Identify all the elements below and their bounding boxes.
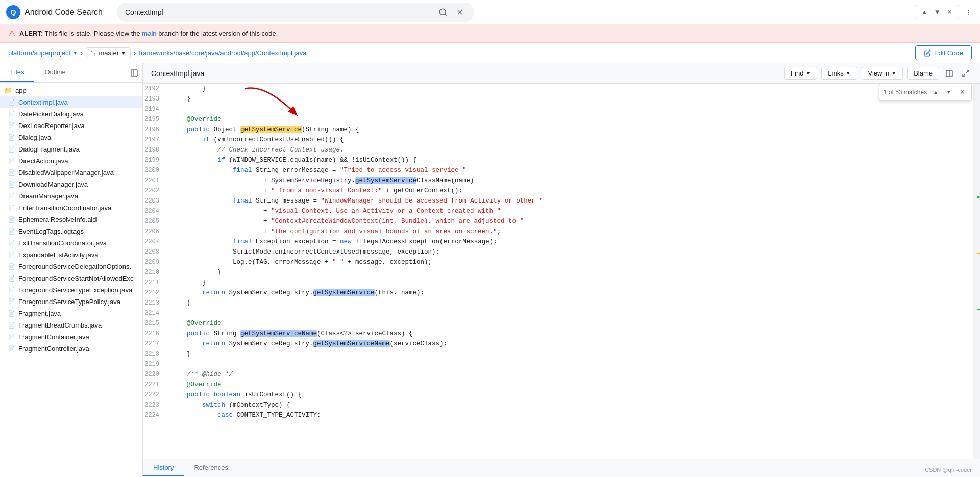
file-icon: 📄 [8, 205, 15, 211]
tree-item-20[interactable]: 📄FragmentContainer.java [0, 331, 142, 343]
search-input[interactable] [125, 8, 432, 16]
file-icon: 📄 [8, 181, 15, 188]
alert-bar: ⚠ ALERT: This file is stale. Please view… [0, 24, 980, 43]
file-icon: 📄 [8, 334, 15, 340]
find-btn[interactable]: Find ▼ [784, 67, 817, 80]
code-line-2217: 2217 return SystemServiceRegistry.getSys… [143, 339, 973, 349]
svg-line-1 [445, 14, 446, 15]
find-prev-btn[interactable]: ▲ [931, 87, 940, 97]
tree-item-15[interactable]: 📄ForegroundServiceStartNotAllowedExc [0, 272, 142, 284]
svg-line-9 [963, 74, 965, 77]
folder-icon: 📁 [4, 87, 12, 94]
code-line: 2205 + "Context#createWindowContext(int,… [143, 216, 973, 227]
tree-item-19[interactable]: 📄FragmentBreadCrumbs.java [0, 319, 142, 331]
tree-item-7[interactable]: 📄DownloadManager.java [0, 179, 142, 190]
top-bar: Q Android Code Search ▲ ▼ ✕ ⋮ [0, 0, 980, 24]
tree-item-17[interactable]: 📄ForegroundServiceTypePolicy.java [0, 296, 142, 308]
file-icon: 📄 [8, 169, 15, 176]
prev-result-btn[interactable]: ▲ [919, 6, 930, 18]
code-line-2216: 2216 public String getSystemServiceName(… [143, 329, 973, 339]
more-options-btn[interactable]: ⋮ [963, 6, 974, 18]
sidebar-tabs: Files Outline [0, 63, 142, 83]
tree-item-16[interactable]: 📄ForegroundServiceTypeException.java [0, 284, 142, 296]
find-bar: 1 of 53 matches ▲ ▼ ✕ [879, 84, 972, 101]
file-icon: 📄 [8, 298, 15, 305]
code-line: 2207 final Exception exception = new Ill… [143, 237, 973, 247]
search-bar [117, 3, 474, 22]
search-actions [436, 6, 466, 19]
file-icon: 📄 [8, 111, 15, 117]
tree-item-8[interactable]: 📄DreamManager.java [0, 190, 142, 202]
tab-references[interactable]: References [184, 460, 238, 476]
find-next-btn[interactable]: ▼ [944, 87, 953, 97]
file-icon: 📄 [8, 275, 15, 282]
tree-item-6[interactable]: 📄DisabledWallpaperManager.java [0, 167, 142, 179]
alert-main-link[interactable]: main [142, 30, 156, 37]
tree-item-2[interactable]: 📄DexLoadReporter.java [0, 120, 142, 132]
tree-item-0[interactable]: 📄 ContextImpl.java [0, 96, 142, 108]
close-nav-btn[interactable]: ✕ [945, 6, 954, 18]
code-line: 2211 } [143, 278, 973, 288]
file-icon: 📄 [8, 228, 15, 235]
app-title: Android Code Search [24, 8, 103, 17]
tree-item-12[interactable]: 📄ExitTransitionCoordinator.java [0, 237, 142, 249]
view-in-btn[interactable]: View in ▼ [862, 67, 903, 80]
split-view-btn[interactable] [943, 67, 955, 80]
alert-text: ALERT: This file is stale. Please view t… [19, 30, 278, 37]
links-btn[interactable]: Links ▼ [821, 67, 857, 80]
file-icon: 📄 [8, 146, 15, 153]
logo-area: Q Android Code Search [6, 5, 103, 19]
breadcrumb-branch[interactable]: master ▼ [86, 47, 131, 58]
breadcrumb-repo[interactable]: platform/superproject ▼ [8, 49, 78, 57]
code-line: 2201 + SystemServiceRegistry.getSystemSe… [143, 175, 973, 186]
tree-item-13[interactable]: 📄ExpandableListActivity.java [0, 249, 142, 261]
code-line-2212: 2212 return SystemServiceRegistry.getSys… [143, 288, 973, 298]
nav-match-box: ▲ ▼ ✕ [915, 5, 959, 19]
breadcrumb-sep-1: › [81, 49, 83, 57]
code-line: 2192 } [143, 84, 973, 94]
code-line: 2218 } [143, 349, 973, 359]
code-line: 2206 + "the configuration and visual bou… [143, 227, 973, 237]
tree-item-11[interactable]: 📄EventLogTags.logtags [0, 225, 142, 237]
fullscreen-btn[interactable] [960, 67, 972, 80]
tree-parent-app[interactable]: 📁 app [0, 85, 142, 96]
tab-history[interactable]: History [143, 460, 184, 476]
tree-item-4[interactable]: 📄DialogFragment.java [0, 143, 142, 155]
tab-files[interactable]: Files [0, 63, 34, 82]
search-icon-btn[interactable] [436, 6, 450, 19]
tree-item-5[interactable]: 📄DirectAction.java [0, 155, 142, 167]
tree-item-21[interactable]: 📄FragmentController.java [0, 343, 142, 355]
code-line: 2215 @Override [143, 318, 973, 329]
code-line: 2204 + "visual Context. Use an Activity … [143, 206, 973, 216]
file-icon: 📄 [8, 134, 15, 141]
file-tree: 📁 app 📄 ContextImpl.java 📄DatePickerDial… [0, 83, 142, 477]
tree-item-3[interactable]: 📄Dialog.java [0, 132, 142, 143]
breadcrumb-path[interactable]: frameworks/base/core/java/android/app/Co… [139, 49, 306, 57]
file-icon: 📄 [8, 322, 15, 329]
tree-item-1[interactable]: 📄DatePickerDialog.java [0, 108, 142, 120]
sidebar-toggle-btn[interactable] [126, 63, 142, 82]
tree-item-18[interactable]: 📄Fragment.java [0, 308, 142, 319]
svg-rect-4 [131, 70, 137, 76]
svg-point-0 [439, 9, 446, 15]
code-line: 2222 public boolean isUiContext() { [143, 390, 973, 400]
tree-item-14[interactable]: 📄ForegroundServiceDelegationOptions. [0, 261, 142, 272]
file-icon: 📄 [8, 216, 15, 223]
main-layout: Files Outline 📁 app 📄 ContextImpl.java 📄… [0, 63, 980, 477]
code-line: 2213 } [143, 298, 973, 308]
alert-icon: ⚠ [8, 29, 15, 38]
find-close-btn[interactable]: ✕ [958, 86, 967, 98]
next-result-btn[interactable]: ▼ [932, 6, 943, 18]
code-scroll[interactable]: 2192 } 2193 } 2194 [143, 84, 973, 459]
minimap-marker [977, 309, 980, 310]
blame-btn[interactable]: Blame [907, 67, 939, 80]
edit-code-button[interactable]: Edit Code [915, 45, 972, 60]
clear-search-btn[interactable] [454, 6, 466, 18]
code-line: 2200 final String errorMessage = "Tried … [143, 165, 973, 175]
file-icon: 📄 [8, 193, 15, 199]
tree-item-9[interactable]: 📄EnterTransitionCoordinator.java [0, 202, 142, 214]
code-line: 2193 } [143, 94, 973, 104]
code-line-2196: 2196 public Object getSystemService(Stri… [143, 124, 973, 135]
tab-outline[interactable]: Outline [34, 63, 76, 82]
tree-item-10[interactable]: 📄EphemeralResolveInfo.aidl [0, 214, 142, 225]
